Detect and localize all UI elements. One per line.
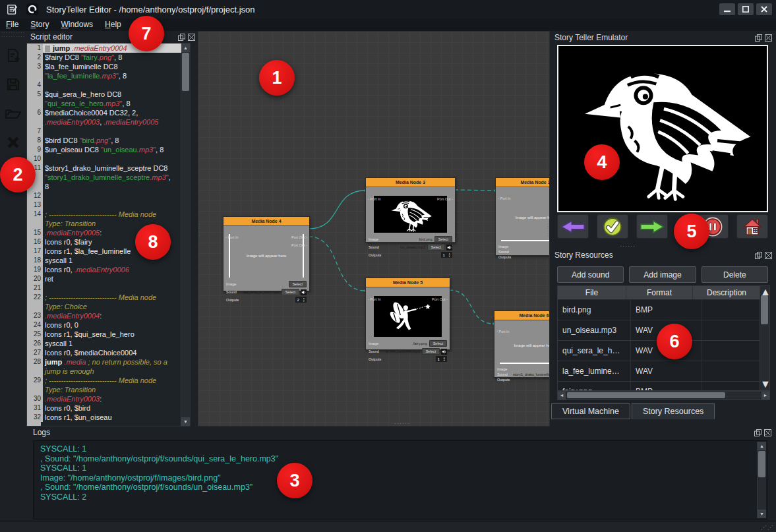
speaker-icon[interactable]: [441, 349, 447, 355]
code-line[interactable]: 23.mediaEntry0004:: [27, 311, 181, 320]
outputs-spinner[interactable]: 2▲▼: [295, 297, 307, 303]
code-line[interactable]: 4: [27, 80, 181, 90]
outputs-spinner[interactable]: 1▲▼: [441, 252, 452, 258]
table-vertical-scrollbar[interactable]: ▲ ▼: [760, 285, 770, 391]
logs-panel[interactable]: SYSCALL: 1, Sound: "/home/anthony/ostpro…: [33, 440, 767, 519]
port-out[interactable]: Port Out ◦: [432, 297, 448, 301]
node-title[interactable]: Media Node 6: [494, 311, 550, 320]
tab-story-resources[interactable]: Story Resources: [632, 403, 715, 419]
code-text[interactable]: $un_oiseau DC8 "un_oiseau.mp3", 8: [43, 145, 181, 154]
scroll-right-arrow[interactable]: ►: [761, 392, 769, 399]
close-panel-icon[interactable]: [765, 34, 772, 42]
media-node[interactable]: Media Node 6◦ Port InImage will appear h…: [494, 310, 550, 378]
scrollbar-thumb[interactable]: [567, 392, 725, 398]
next-button[interactable]: [636, 214, 668, 239]
ok-button[interactable]: [597, 214, 628, 239]
code-line[interactable]: 20ret: [27, 274, 181, 283]
code-line[interactable]: 5$qui_sera_le_hero DC8"qui_sera_le_hero.…: [27, 90, 181, 108]
code-line[interactable]: 21: [27, 283, 181, 293]
node-title[interactable]: Media Node 1: [496, 178, 550, 187]
close-panel-icon[interactable]: [765, 252, 772, 259]
resize-grip[interactable]: ⋰⋰: [761, 524, 774, 531]
emulator-splitter-handle[interactable]: ······: [620, 243, 636, 249]
code-line[interactable]: 3$la_fee_luminelle DC8"la_fee_luminelle.…: [27, 62, 181, 80]
code-line[interactable]: 19lcons r0, .mediaEntry0006: [27, 265, 181, 274]
code-text[interactable]: lcons r0, $mediaChoice0004: [43, 348, 181, 357]
code-text[interactable]: $mediaChoice0004 DC32, 2,.mediaEntry0003…: [43, 108, 181, 127]
port-out[interactable]: Port Out ◦: [291, 243, 307, 247]
code-text[interactable]: lcons r0, .mediaEntry0006: [43, 265, 181, 274]
left-splitter-handle[interactable]: ······: [197, 223, 201, 237]
scroll-down-arrow[interactable]: ▼: [760, 378, 769, 390]
code-text[interactable]: $la_fee_luminelle DC8"la_fee_luminelle.m…: [43, 62, 181, 80]
media-node[interactable]: Media Node 5◦ Port InPort Out ◦ Imagefai…: [365, 278, 450, 350]
code-line[interactable]: 6$mediaChoice0004 DC32, 2,.mediaEntry000…: [27, 108, 181, 127]
speaker-icon[interactable]: [446, 245, 452, 251]
add-sound-button[interactable]: Add sound: [557, 266, 624, 283]
port-in[interactable]: ◦ Port In: [368, 297, 381, 301]
code-line[interactable]: 28jump .media ; no return possible, so a…: [27, 357, 181, 376]
code-text[interactable]: [43, 80, 181, 90]
outputs-spinner[interactable]: 1▲▼: [436, 356, 447, 362]
code-text[interactable]: $qui_sera_le_hero DC8"qui_sera_le_hero.m…: [43, 90, 181, 108]
right-splitter-handle[interactable]: ······: [546, 223, 550, 237]
menu-story[interactable]: Story: [24, 18, 55, 31]
code-text[interactable]: [43, 154, 181, 163]
code-text[interactable]: lcons r1, $un_oiseau: [43, 413, 181, 422]
node-title[interactable]: Media Node 4: [224, 217, 309, 226]
maximize-button[interactable]: [738, 3, 754, 15]
code-line[interactable]: 9$un_oiseau DC8 "un_oiseau.mp3", 8: [27, 145, 181, 154]
script-editor-scrollbar[interactable]: ▲ ▼: [181, 44, 190, 426]
port-in[interactable]: ◦ Port In: [496, 330, 510, 334]
code-line[interactable]: 11$story1_drako_luminelle_sceptre DC8"st…: [27, 163, 181, 191]
code-line[interactable]: 13: [27, 200, 181, 210]
minimize-button[interactable]: [719, 3, 735, 15]
close-panel-icon[interactable]: [764, 429, 771, 436]
code-line[interactable]: 10: [27, 154, 181, 163]
code-text[interactable]: $bird DC8 "bird.png", 8: [43, 136, 181, 145]
add-image-button[interactable]: Add image: [629, 266, 696, 283]
code-text[interactable]: .mediaEntry0004:: [43, 311, 181, 320]
node-title[interactable]: Media Node 5: [366, 278, 450, 287]
media-node[interactable]: Media Node 1◦ Port InImage will appear h…: [495, 177, 550, 256]
new-script-icon[interactable]: [3, 45, 23, 65]
scroll-down-arrow[interactable]: ▼: [758, 510, 766, 518]
table-row[interactable]: la_fee_lumine…WAV: [558, 361, 760, 382]
scroll-up-arrow[interactable]: ▲: [181, 44, 190, 52]
code-line[interactable]: 25lcons r1, $qui_sera_le_hero: [27, 330, 181, 339]
node-title[interactable]: Media Node 3: [366, 178, 455, 187]
scroll-left-arrow[interactable]: ◄: [558, 392, 566, 399]
code-text[interactable]: $fairy DC8 "fairy.png", 8: [43, 53, 181, 62]
menu-windows[interactable]: Windows: [55, 18, 99, 31]
code-line[interactable]: 8$bird DC8 "bird.png", 8: [27, 136, 181, 145]
port-in[interactable]: ◦ Port In: [368, 197, 381, 201]
close-panel-icon[interactable]: [188, 34, 195, 41]
code-line[interactable]: 27lcons r0, $mediaChoice0004: [27, 348, 181, 357]
table-horizontal-scrollbar[interactable]: ◄ ►: [557, 391, 770, 400]
code-text[interactable]: [43, 191, 181, 200]
home-button[interactable]: [736, 214, 768, 239]
code-text[interactable]: syscall 1: [43, 339, 181, 348]
port-out[interactable]: Port Out ◦: [291, 235, 307, 239]
code-line[interactable]: 7: [27, 127, 181, 136]
select-button[interactable]: Select: [289, 281, 307, 287]
column-header[interactable]: Description: [693, 286, 760, 299]
speaker-icon[interactable]: [301, 289, 307, 295]
table-row[interactable]: fairy.pngBMP: [558, 382, 760, 391]
code-text[interactable]: .mediaEntry0003:: [43, 394, 181, 403]
bottom-splitter-handle[interactable]: ······: [394, 420, 410, 427]
float-panel-icon[interactable]: [755, 34, 762, 42]
code-text[interactable]: ret: [43, 274, 181, 283]
select-button[interactable]: Select: [427, 244, 445, 251]
port-in[interactable]: ◦ Port In: [498, 196, 511, 200]
code-line[interactable]: 30.mediaEntry0003:: [27, 394, 181, 403]
code-line[interactable]: 26syscall 1: [27, 339, 181, 348]
code-line[interactable]: 31lcons r0, $bird: [27, 403, 181, 413]
tab-virtual-machine[interactable]: Virtual Machine: [551, 403, 630, 419]
scrollbar-thumb[interactable]: [182, 53, 189, 91]
scrollbar-thumb[interactable]: [758, 451, 765, 477]
code-text[interactable]: jump .media ; no return possible, so aju…: [43, 357, 181, 376]
code-line[interactable]: 22; ---------------------------- Media n…: [27, 293, 181, 311]
select-button[interactable]: Select: [429, 340, 447, 347]
media-node[interactable]: Media Node 4◦ Port InPort Out ◦Port Out …: [223, 216, 310, 291]
